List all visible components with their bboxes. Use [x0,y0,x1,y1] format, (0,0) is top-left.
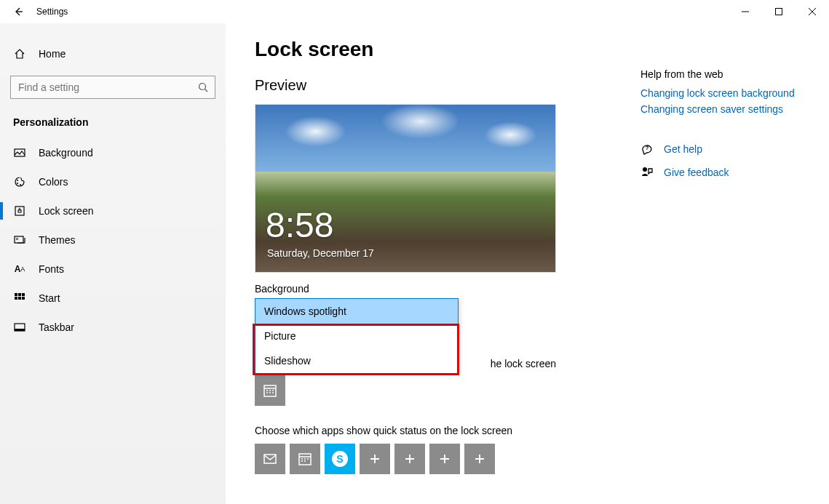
quick-status-tile-add[interactable] [360,444,390,474]
dropdown-option-slideshow[interactable]: Slideshow [255,348,458,373]
svg-point-1 [199,84,206,90]
background-field-label: Background [255,283,633,295]
sidebar-item-start[interactable]: Start [0,284,226,313]
svg-rect-6 [15,207,24,215]
svg-point-4 [17,183,18,184]
sidebar-item-label: Lock screen [39,205,93,217]
sidebar-item-label: Colors [39,176,68,188]
svg-rect-9 [15,293,17,296]
window-title: Settings [36,7,68,17]
palette-icon [13,175,26,188]
sidebar-home-label: Home [39,48,66,60]
lock-screen-preview: 8:58 Saturday, December 17 [255,104,556,273]
help-pane: Help from the web Changing lock screen b… [633,38,800,504]
plus-icon [404,453,416,465]
quick-status-tile-add[interactable] [429,444,460,474]
preview-clock: 8:58 [266,208,333,243]
give-feedback-link[interactable]: Give feedback [664,167,729,178]
svg-rect-16 [15,329,25,331]
svg-rect-7 [18,210,21,212]
dropdown-option-spotlight[interactable]: Windows spotlight [255,299,458,324]
svg-rect-12 [15,297,17,300]
sidebar-item-label: Taskbar [39,321,74,333]
help-link-screensaver[interactable]: Changing screen saver settings [640,103,800,115]
taskbar-icon [13,321,26,334]
help-heading: Help from the web [640,68,800,80]
svg-point-3 [17,180,18,181]
get-help-link[interactable]: Get help [664,143,702,155]
sidebar-item-label: Start [39,292,60,304]
svg-rect-13 [18,297,21,300]
sidebar-item-background[interactable]: Background [0,138,226,167]
svg-rect-18 [264,455,276,463]
sidebar-item-label: Themes [39,234,76,246]
sidebar-item-fonts[interactable]: AA Fonts [0,255,226,284]
sidebar-home[interactable]: Home [0,39,226,68]
dropdown-option-picture[interactable]: Picture [255,324,458,348]
sidebar-item-taskbar[interactable]: Taskbar [0,313,226,342]
quick-status-label: Choose which apps show quick status on t… [255,425,633,436]
calendar-icon [262,383,278,399]
quick-status-tile-calendar[interactable] [290,444,320,474]
help-icon: ? [640,143,654,156]
sidebar-item-colors[interactable]: Colors [0,167,226,196]
start-icon [13,292,26,305]
detailed-status-app-tile[interactable] [255,375,285,406]
close-button[interactable] [796,0,829,23]
calendar-icon [297,451,313,467]
sidebar-item-label: Fonts [39,263,64,275]
preview-date: Saturday, December 17 [267,247,374,259]
svg-rect-0 [776,9,782,15]
preview-heading: Preview [255,77,633,94]
help-link-change-background[interactable]: Changing lock screen background [640,87,800,99]
plus-icon [474,453,485,465]
svg-rect-14 [22,297,25,300]
page-title: Lock screen [255,38,633,61]
quick-status-tile-skype[interactable]: S [325,444,355,474]
feedback-icon [640,166,654,179]
home-icon [13,47,26,60]
background-dropdown[interactable]: Windows spotlight Picture Slideshow [255,298,459,374]
titlebar: Settings [0,0,829,23]
maximize-button[interactable] [762,0,796,23]
svg-rect-11 [22,293,25,296]
sidebar-item-themes[interactable]: Themes [0,225,226,255]
themes-icon [13,233,26,247]
picture-icon [13,146,26,159]
skype-icon: S [332,451,348,467]
search-icon [198,82,208,92]
svg-point-5 [20,184,21,185]
svg-rect-10 [18,293,21,296]
plus-icon [369,453,381,465]
svg-text:?: ? [646,145,649,151]
sidebar: Home Personalization Background Colors L… [0,23,226,504]
mail-icon [262,451,278,467]
fonts-icon: AA [13,263,26,276]
minimize-button[interactable] [729,0,762,23]
sidebar-section-label: Personalization [0,112,226,138]
back-button[interactable] [13,7,23,17]
plus-icon [439,453,451,465]
svg-point-21 [643,167,647,172]
quick-status-tile-add[interactable] [464,444,495,474]
lock-screen-icon [13,204,26,217]
quick-status-tile-mail[interactable] [255,444,285,474]
sidebar-item-lock-screen[interactable]: Lock screen [0,196,226,225]
search-input[interactable] [10,76,215,99]
quick-status-tile-add[interactable] [394,444,425,474]
sidebar-item-label: Background [39,147,93,159]
